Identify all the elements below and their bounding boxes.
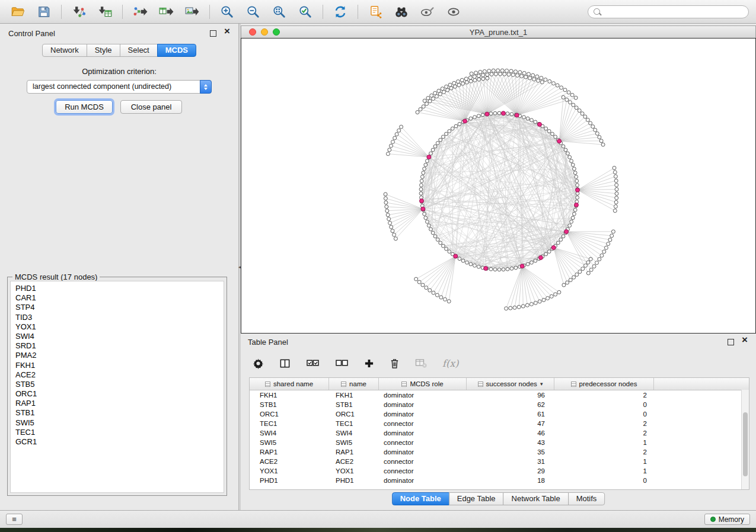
table-cell: 43 [467, 438, 554, 447]
mcds-result-item[interactable]: SWI5 [15, 418, 224, 428]
mcds-result-item[interactable]: TEC1 [15, 428, 224, 437]
zoom-fit-button[interactable] [269, 3, 290, 21]
export-image-button[interactable] [181, 3, 203, 21]
column-header[interactable]: name [329, 378, 379, 390]
tab-style[interactable]: Style [87, 44, 120, 57]
gear-icon [253, 358, 264, 369]
minimize-window-button[interactable] [261, 28, 268, 36]
deselect-all-icon [335, 358, 349, 369]
run-mcds-button[interactable]: Run MCDS [56, 100, 113, 114]
float-table-panel-button[interactable] [728, 339, 734, 345]
toolbar-separator [358, 5, 358, 19]
close-window-button[interactable] [249, 28, 256, 36]
mcds-result-item[interactable]: GCR1 [15, 437, 224, 447]
show-hide-button[interactable] [443, 3, 464, 21]
mcds-result-item[interactable]: STB1 [15, 408, 224, 418]
zoom-out-button[interactable] [243, 3, 264, 21]
float-control-panel-button[interactable] [210, 30, 216, 37]
scrollbar-thumb[interactable] [743, 412, 748, 476]
table-settings-button[interactable] [253, 358, 264, 369]
tab-mcds[interactable]: MCDS [157, 44, 196, 57]
mcds-result-item[interactable]: SWI4 [15, 332, 224, 341]
export-network-button[interactable] [129, 3, 151, 21]
save-session-button[interactable] [33, 3, 55, 21]
criterion-dropdown[interactable]: largest connected component (undirected) [27, 80, 212, 94]
column-header[interactable]: successor nodes▾ [467, 378, 554, 390]
zoom-in-button[interactable] [216, 3, 238, 21]
maximize-window-button[interactable] [273, 28, 280, 36]
mcds-result-item[interactable]: TID3 [15, 313, 224, 322]
deselect-all-button[interactable] [335, 358, 349, 369]
mcds-result-item[interactable]: RAP1 [15, 399, 224, 408]
column-header[interactable]: MCDS role [379, 378, 467, 390]
search-network-button[interactable] [391, 3, 412, 21]
import-network-button[interactable] [68, 3, 90, 21]
export-image-icon [184, 5, 200, 19]
select-all-icon [306, 358, 320, 369]
close-table-panel-button[interactable]: × [742, 335, 748, 345]
table-cell: PHD1 [329, 476, 379, 485]
close-control-panel-button[interactable]: × [224, 26, 230, 37]
memory-button[interactable]: Memory [704, 514, 750, 525]
refresh-layout-button[interactable] [330, 3, 351, 21]
show-columns-button[interactable] [279, 358, 291, 369]
table-row[interactable]: SWI5SWI5connector431 [250, 438, 749, 447]
select-all-button[interactable] [306, 358, 320, 369]
table-row[interactable]: PHD1PHD1dominator180 [250, 476, 749, 485]
table-cell: dominator [379, 390, 467, 400]
annotation-mode-button[interactable] [417, 3, 438, 21]
import-table-button[interactable] [94, 3, 116, 21]
zoom-selected-button[interactable] [295, 3, 316, 21]
search-input[interactable] [604, 7, 743, 17]
mcds-result-item[interactable]: FKH1 [15, 361, 224, 370]
table-scrollbar[interactable] [741, 390, 749, 489]
tab-node-table[interactable]: Node Table [392, 492, 449, 505]
panel-menu-button[interactable]: ≡ [6, 514, 23, 525]
mcds-result-item[interactable]: YOX1 [15, 322, 224, 332]
table-header-row: shared namenameMCDS rolesuccessor nodes▾… [250, 378, 749, 390]
network-canvas[interactable] [241, 38, 756, 334]
column-header[interactable]: predecessor nodes [554, 378, 654, 390]
tab-network[interactable]: Network [42, 44, 87, 57]
export-table-button[interactable] [155, 3, 177, 21]
network-window-titlebar[interactable]: YPA_prune.txt_1 [241, 25, 756, 38]
add-column-button[interactable] [364, 358, 374, 368]
mcds-result-item[interactable]: ACE2 [15, 370, 224, 380]
open-file-button[interactable] [7, 3, 28, 21]
table-row[interactable]: ORC1ORC1dominator610 [250, 409, 749, 419]
table-row[interactable]: TEC1TEC1connector472 [250, 419, 749, 428]
table-row[interactable]: RAP1RAP1dominator352 [250, 447, 749, 457]
tab-network-table[interactable]: Network Table [503, 492, 569, 505]
mcds-result-groupbox: MCDS result (17 nodes) PHD1CAR1STP4TID3Y… [7, 277, 227, 496]
mcds-result-item[interactable]: STB5 [15, 380, 224, 389]
column-header[interactable]: shared name [250, 378, 329, 390]
tab-edge-table[interactable]: Edge Table [449, 492, 504, 505]
import-table-icon [97, 5, 113, 19]
tab-motifs[interactable]: Motifs [568, 492, 605, 505]
mcds-result-item[interactable]: PHD1 [15, 284, 224, 293]
mcds-result-item[interactable]: STP4 [15, 303, 224, 312]
table-row[interactable]: FKH1FKH1dominator962 [250, 390, 749, 400]
mcds-result-item[interactable]: CAR1 [15, 293, 224, 303]
table-row[interactable]: ACE2ACE2connector311 [250, 457, 749, 466]
trash-icon [390, 358, 400, 369]
table-row[interactable]: STB1STB1dominator620 [250, 400, 749, 409]
mcds-result-item[interactable]: PMA2 [15, 351, 224, 360]
function-builder-button[interactable]: f(x) [442, 358, 458, 369]
table-row[interactable]: SWI4SWI4dominator462 [250, 428, 749, 438]
table-panel-title: Table Panel [248, 338, 288, 347]
network-graph [241, 39, 755, 333]
table-row[interactable]: YOX1YOX1connector291 [250, 466, 749, 476]
close-panel-button[interactable]: Close panel [120, 100, 182, 114]
column-attribute-icon [265, 382, 270, 387]
mcds-result-item[interactable]: ORC1 [15, 389, 224, 399]
table-cell: 35 [467, 447, 554, 457]
table-cell: STB1 [250, 400, 329, 409]
delete-column-button[interactable] [390, 358, 400, 369]
table-cell: dominator [379, 447, 467, 457]
clone-network-button[interactable] [365, 3, 386, 21]
mcds-result-item[interactable]: SRD1 [15, 341, 224, 351]
search-box[interactable] [588, 5, 749, 18]
table-cell: 61 [467, 409, 554, 419]
tab-select[interactable]: Select [120, 44, 158, 57]
